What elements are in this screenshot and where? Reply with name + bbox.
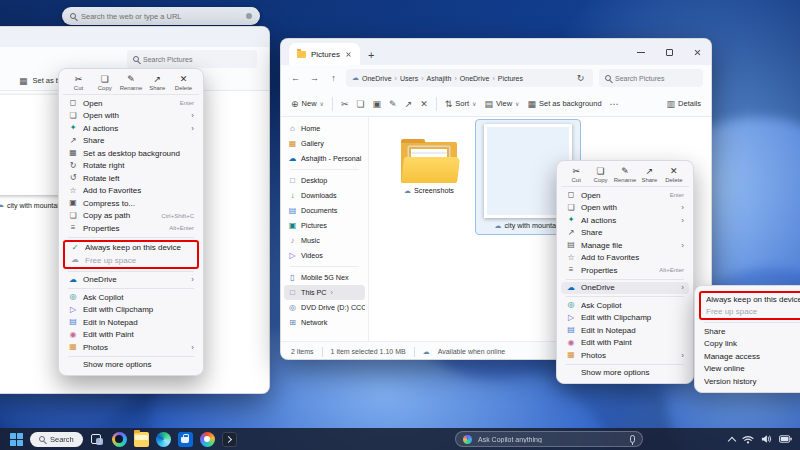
battery-icon[interactable]: [779, 435, 792, 443]
rename-button[interactable]: ✎Rename: [613, 166, 637, 183]
photo-thumbnail[interactable]: [0, 95, 65, 195]
menu-item-always-keep-on-this-device[interactable]: ✓Always keep on this device: [65, 242, 197, 255]
refresh-icon[interactable]: ↻: [574, 73, 587, 83]
search-pictures-input[interactable]: [615, 75, 697, 82]
sidebar-item-network[interactable]: ⊞Network: [284, 315, 365, 330]
paste-button[interactable]: ▣: [373, 99, 382, 109]
mic-icon[interactable]: [246, 13, 252, 19]
menu-item-photos[interactable]: ▦Photos›: [63, 341, 199, 354]
start-button[interactable]: [10, 433, 23, 446]
wifi-icon[interactable]: [742, 435, 754, 444]
menu-item-share[interactable]: ↗Share: [63, 135, 199, 148]
menu-item-compress-to[interactable]: ▣Compress to...: [63, 197, 199, 210]
maximize-button[interactable]: [655, 39, 683, 65]
desktop-search-bar[interactable]: [62, 7, 260, 25]
sidebar-item-onedrive-personal[interactable]: ☁Ashajith - Personal›: [284, 151, 365, 166]
submenu-item-share[interactable]: Share: [699, 325, 800, 338]
menu-item-photos[interactable]: ▦Photos›: [561, 349, 689, 362]
hidden-icons-chevron[interactable]: [728, 436, 736, 444]
submenu-item-version-history[interactable]: Version history: [699, 375, 800, 388]
submenu-item-free-up-space[interactable]: Free up space: [701, 306, 800, 319]
microsoft-store-icon[interactable]: [178, 432, 193, 447]
menu-item-edit-with-clipchamp[interactable]: ▷Edit with Clipchamp: [561, 312, 689, 325]
copilot-input-bar[interactable]: [455, 431, 643, 447]
submenu-item-view-online[interactable]: View online: [699, 363, 800, 376]
view-button[interactable]: ▤View∨: [484, 99, 519, 109]
sidebar-item-pictures[interactable]: ▣Pictures: [284, 218, 365, 233]
sidebar-item-videos[interactable]: ▷Videos: [284, 248, 365, 263]
mic-icon[interactable]: [630, 435, 635, 443]
delete-button[interactable]: ✕Delete: [662, 166, 686, 183]
menu-item-set-desktop-background[interactable]: ▦Set as desktop background: [63, 147, 199, 160]
menu-item-rotate-left[interactable]: ↺Rotate left: [63, 172, 199, 185]
menu-item-properties[interactable]: ≡PropertiesAlt+Enter: [63, 222, 199, 235]
menu-item-ask-copilot[interactable]: ◎Ask Copilot: [561, 299, 689, 312]
copilot-app-icon[interactable]: [112, 432, 127, 447]
search-pictures-input[interactable]: [143, 56, 251, 63]
submenu-item-manage-access[interactable]: Manage access: [699, 350, 800, 363]
delete-button[interactable]: ✕: [420, 99, 428, 109]
edge-browser-icon[interactable]: [156, 432, 171, 447]
breadcrumb-crumb[interactable]: Users: [400, 75, 418, 82]
menu-item-add-to-favorites[interactable]: ☆Add to Favorites: [561, 252, 689, 265]
cut-button[interactable]: ✂: [341, 99, 349, 109]
breadcrumb-crumb[interactable]: OneDrive: [460, 75, 490, 82]
menu-item-open-with[interactable]: ❏Open with›: [561, 202, 689, 215]
menu-item-rotate-right[interactable]: ↻Rotate right: [63, 160, 199, 173]
breadcrumb-crumb[interactable]: Pictures: [498, 75, 523, 82]
new-tab-button[interactable]: +: [368, 45, 374, 65]
cut-button[interactable]: ✂Cut: [66, 74, 91, 91]
forward-icon[interactable]: →: [308, 73, 321, 83]
tab-close-icon[interactable]: [346, 51, 352, 57]
copy-button[interactable]: ❏: [357, 99, 365, 109]
menu-item-edit-with-paint[interactable]: ◉Edit with Paint: [561, 337, 689, 350]
menu-item-show-more-options[interactable]: Show more options: [561, 367, 689, 380]
copy-button[interactable]: ❏Copy: [92, 74, 117, 91]
taskbar-search[interactable]: Search: [30, 432, 83, 447]
new-button[interactable]: ⊕New∨: [291, 99, 324, 109]
tab-pictures[interactable]: Pictures: [289, 43, 360, 65]
menu-item-onedrive[interactable]: ☁OneDrive›: [561, 282, 689, 295]
up-icon[interactable]: ↑: [327, 73, 340, 83]
share-button[interactable]: ↗Share: [637, 166, 661, 183]
sidebar-item-music[interactable]: ♪Music: [284, 233, 365, 248]
sidebar-item-phone-device[interactable]: ▯Mobile 5G Nex: [284, 270, 365, 285]
menu-item-edit-in-notepad[interactable]: ▤Edit in Notepad: [561, 324, 689, 337]
menu-item-edit-in-notepad[interactable]: ▤Edit in Notepad: [63, 316, 199, 329]
menu-item-onedrive[interactable]: ☁OneDrive›: [63, 274, 199, 287]
submenu-item-always-keep-on-this-device[interactable]: Always keep on this device: [701, 293, 800, 306]
menu-item-properties[interactable]: ≡PropertiesAlt+Enter: [561, 264, 689, 277]
breadcrumb-crumb[interactable]: Ashajith: [427, 75, 452, 82]
delete-button[interactable]: ✕Delete: [171, 74, 196, 91]
menu-item-edit-with-clipchamp[interactable]: ▷Edit with Clipchamp: [63, 304, 199, 317]
menu-item-ai-actions[interactable]: ✦AI actions›: [63, 122, 199, 135]
copilot-input[interactable]: [478, 436, 624, 443]
search-box[interactable]: [599, 69, 703, 87]
sidebar-item-home[interactable]: ⌂Home: [284, 121, 365, 136]
menu-item-manage-file[interactable]: ▤Manage file›: [561, 239, 689, 252]
rename-button[interactable]: ✎: [389, 99, 397, 109]
menu-item-copy-as-path[interactable]: ❏Copy as pathCtrl+Shift+C: [63, 210, 199, 223]
menu-item-edit-with-paint[interactable]: ◉Edit with Paint: [63, 329, 199, 342]
menu-item-ai-actions[interactable]: ✦AI actions›: [561, 214, 689, 227]
share-button[interactable]: ↗: [405, 99, 413, 109]
file-explorer-icon[interactable]: [134, 432, 149, 447]
back-icon[interactable]: ←: [289, 73, 302, 83]
search-box[interactable]: [127, 50, 257, 68]
breadcrumb-crumb[interactable]: OneDrive: [362, 75, 392, 82]
sidebar-item-this-pc[interactable]: □This PC›: [284, 285, 365, 300]
menu-item-add-to-favorites[interactable]: ☆Add to Favorites: [63, 185, 199, 198]
rename-button[interactable]: ✎Rename: [119, 74, 144, 91]
sidebar-item-gallery[interactable]: ▦Gallery: [284, 136, 365, 151]
cut-button[interactable]: ✂Cut: [564, 166, 588, 183]
sidebar-item-documents[interactable]: ▤Documents: [284, 203, 365, 218]
menu-item-share[interactable]: ↗Share: [561, 227, 689, 240]
details-button[interactable]: ▥Details: [667, 99, 701, 109]
task-view-icon[interactable]: [90, 432, 105, 447]
sidebar-item-downloads[interactable]: ↓Downloads: [284, 188, 365, 203]
menu-item-open[interactable]: ◻OpenEnter: [63, 97, 199, 110]
menu-item-open-with[interactable]: ❏Open with›: [63, 110, 199, 123]
set-background-button[interactable]: ▦Set as background: [528, 99, 602, 109]
share-button[interactable]: ↗Share: [145, 74, 170, 91]
sort-button[interactable]: ⇅Sort∨: [445, 99, 477, 109]
